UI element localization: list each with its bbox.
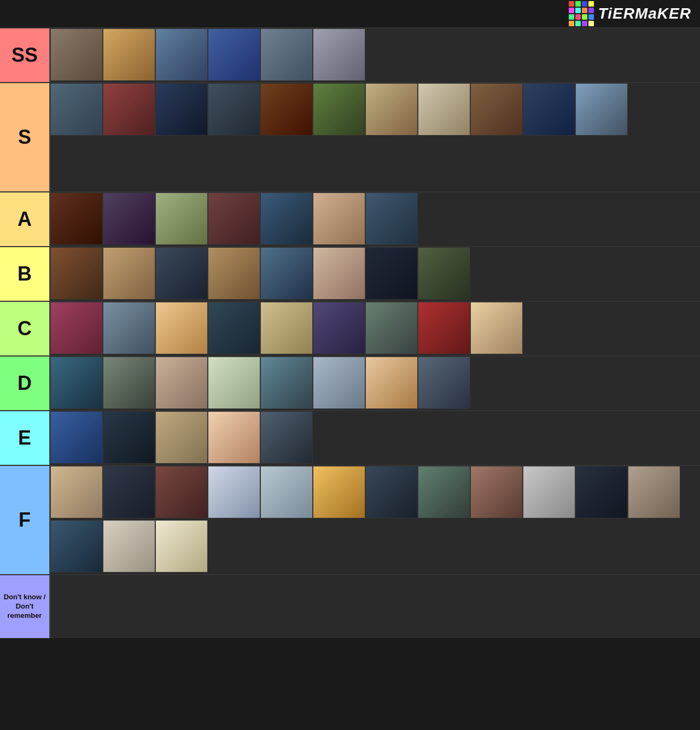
list-item[interactable]: [260, 302, 313, 354]
tier-row-dk: Don't know / Don't remember: [0, 574, 700, 638]
list-item[interactable]: [103, 302, 155, 354]
tiermaker-title: TiERMaKER: [598, 5, 691, 22]
list-item[interactable]: [365, 192, 418, 245]
list-item[interactable]: [523, 83, 575, 136]
list-item[interactable]: [575, 83, 628, 136]
tier-row-c: C: [0, 301, 700, 355]
tier-content-e: [49, 411, 700, 465]
list-item[interactable]: [103, 411, 155, 464]
list-item[interactable]: [50, 520, 103, 573]
list-item[interactable]: [103, 83, 155, 136]
list-item[interactable]: [365, 357, 418, 409]
list-item[interactable]: [313, 357, 365, 409]
list-item[interactable]: [103, 520, 155, 573]
list-item[interactable]: [260, 357, 313, 409]
list-item[interactable]: [208, 302, 260, 354]
list-item[interactable]: [260, 411, 313, 464]
list-item[interactable]: [208, 192, 260, 245]
list-item[interactable]: [208, 247, 260, 300]
tier-content-c: [49, 302, 700, 355]
tier-label-ss: SS: [0, 28, 49, 82]
tier-content-d: [49, 357, 700, 410]
header: TiERMaKER: [0, 0, 700, 27]
list-item[interactable]: [260, 83, 313, 136]
list-item[interactable]: [50, 247, 103, 300]
list-item[interactable]: [208, 28, 260, 81]
list-item[interactable]: [103, 192, 155, 245]
list-item[interactable]: [155, 357, 208, 409]
tier-row-s: S: [0, 82, 700, 191]
list-item[interactable]: [418, 357, 470, 409]
list-item[interactable]: [313, 302, 365, 354]
tier-row-e: E: [0, 410, 700, 465]
tier-label-b: B: [0, 247, 49, 301]
tier-label-d: D: [0, 357, 49, 410]
list-item[interactable]: [155, 247, 208, 300]
list-item[interactable]: [103, 357, 155, 409]
list-item[interactable]: [50, 192, 103, 245]
list-item[interactable]: [155, 28, 208, 81]
list-item[interactable]: [208, 83, 260, 136]
list-item[interactable]: [313, 83, 365, 136]
list-item[interactable]: [103, 28, 155, 81]
list-item[interactable]: [260, 192, 313, 245]
tier-row-ss: SS: [0, 27, 700, 82]
logo-icon: [569, 1, 594, 26]
tier-row-b: B: [0, 246, 700, 301]
list-item[interactable]: [313, 247, 365, 300]
list-item[interactable]: [418, 302, 470, 354]
list-item[interactable]: [155, 192, 208, 245]
list-item[interactable]: [50, 411, 103, 464]
tier-label-a: A: [0, 192, 49, 246]
tiermaker-logo: TiERMaKER: [569, 1, 691, 26]
list-item[interactable]: [418, 83, 470, 136]
tier-label-dk: Don't know / Don't remember: [0, 575, 49, 638]
list-item[interactable]: [50, 28, 103, 81]
list-item[interactable]: [260, 247, 313, 300]
list-item[interactable]: [50, 83, 103, 136]
list-item[interactable]: [628, 466, 680, 518]
list-item[interactable]: [260, 466, 313, 518]
tier-row-d: D: [0, 355, 700, 410]
list-item[interactable]: [155, 83, 208, 136]
list-item[interactable]: [155, 411, 208, 464]
tier-content-f: [49, 466, 700, 574]
list-item[interactable]: [523, 466, 575, 518]
list-item[interactable]: [470, 302, 523, 354]
list-item[interactable]: [313, 192, 365, 245]
list-item[interactable]: [470, 466, 523, 518]
tier-content-ss: [49, 28, 700, 82]
tier-row-f: F: [0, 465, 700, 574]
tier-content-dk: [49, 575, 700, 638]
tier-content-b: [49, 247, 700, 301]
list-item[interactable]: [470, 83, 523, 136]
list-item[interactable]: [50, 357, 103, 409]
list-item[interactable]: [575, 466, 628, 518]
tier-content-a: [49, 192, 700, 246]
list-item[interactable]: [208, 357, 260, 409]
list-item[interactable]: [260, 28, 313, 81]
list-item[interactable]: [155, 520, 208, 573]
list-item[interactable]: [418, 466, 470, 518]
list-item[interactable]: [155, 466, 208, 518]
list-item[interactable]: [365, 83, 418, 136]
list-item[interactable]: [313, 28, 365, 81]
list-item[interactable]: [208, 466, 260, 518]
tier-row-a: A: [0, 191, 700, 246]
list-item[interactable]: [103, 247, 155, 300]
list-item[interactable]: [313, 466, 365, 518]
list-item[interactable]: [208, 411, 260, 464]
list-item[interactable]: [50, 466, 103, 518]
tier-content-s: [49, 83, 700, 191]
list-item[interactable]: [50, 302, 103, 354]
list-item[interactable]: [155, 302, 208, 354]
tier-label-s: S: [0, 83, 49, 191]
list-item[interactable]: [103, 466, 155, 518]
list-item[interactable]: [418, 247, 470, 300]
tier-label-e: E: [0, 411, 49, 465]
tier-label-c: C: [0, 302, 49, 355]
tier-label-f: F: [0, 466, 49, 574]
list-item[interactable]: [365, 466, 418, 518]
list-item[interactable]: [365, 247, 418, 300]
list-item[interactable]: [365, 302, 418, 354]
